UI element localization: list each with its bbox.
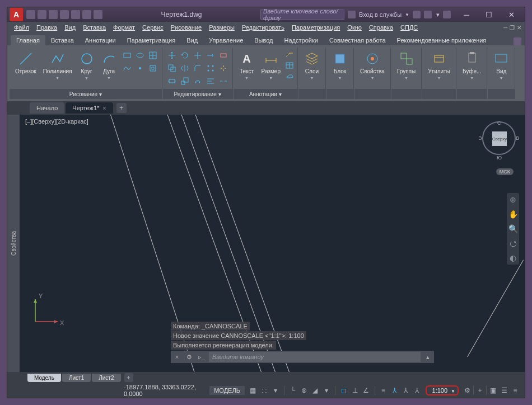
tab-home[interactable]: Главная [11,35,45,45]
user-icon[interactable] [348,11,356,18]
leader-icon[interactable] [285,50,294,59]
new-tab-button[interactable]: + [116,103,127,113]
tab-layout2[interactable]: Лист2 [92,374,120,382]
menu-format[interactable]: Формат [110,23,138,31]
close-button[interactable]: ✕ [500,7,522,22]
dropdown-icon[interactable]: ▾ [270,385,281,395]
break-icon[interactable] [218,76,229,87]
ucs-icon[interactable]: Y X [30,294,63,327]
panel-view-label[interactable] [488,89,515,99]
tab-param[interactable]: Параметризация [122,35,181,45]
tab-featured[interactable]: Рекомендованные приложения [391,35,492,45]
tracking-icon[interactable]: ∠ [361,385,371,395]
mirror-icon[interactable] [179,63,190,74]
panel-props-label[interactable] [354,89,390,99]
spline-icon[interactable] [122,63,133,74]
panel-groups-label[interactable] [391,89,421,99]
tab-model[interactable]: Модель [27,374,61,382]
utils-button[interactable]: Утилиты▼ [426,50,452,81]
exchange-icon[interactable] [413,11,421,18]
region-icon[interactable] [147,63,158,74]
qat-redo-icon[interactable] [94,10,102,19]
trim-icon[interactable] [192,50,203,61]
scale-icon[interactable] [179,76,190,87]
panel-clip-label[interactable] [457,89,487,99]
tab-drawing1[interactable]: Чертеж1*× [66,102,113,114]
menu-param[interactable]: Параметризация [288,23,343,31]
extend-icon[interactable] [205,50,216,61]
ribbon-collapse-icon[interactable] [514,37,521,45]
menu-insert[interactable]: Вставка [80,23,109,31]
doc-close-icon[interactable]: ✕ [517,25,521,31]
settings-icon[interactable]: ⚙ [462,385,472,395]
arc-button[interactable]: Дуга▼ [99,50,119,81]
cmd-recent-icon[interactable]: ▴ [422,351,434,363]
close-tab-icon[interactable]: × [102,105,106,111]
cmd-close-icon[interactable]: × [171,351,183,363]
snap-icon[interactable]: ⸬ [259,385,269,395]
maximize-button[interactable]: ☐ [478,7,500,22]
menu-edit[interactable]: Правка [33,23,60,31]
panel-draw-label[interactable]: Рисование ▾ [10,89,162,99]
hw-icon[interactable]: ☰ [499,385,509,395]
tab-collab[interactable]: Совместная работа [324,35,391,45]
tab-insert[interactable]: Вставка [45,35,80,45]
ellipse-icon[interactable] [134,50,146,61]
menu-help[interactable]: Справка [366,23,396,31]
polyline-button[interactable]: Полилиния▼ [41,50,74,81]
signin-label[interactable]: Вход в службы [359,11,402,18]
dimension-button[interactable]: Размер▼ [259,50,283,81]
properties-palette[interactable]: Свойства [7,115,20,372]
grid-icon[interactable]: ▦ [248,385,258,395]
menu-dims[interactable]: Размеры [206,23,238,31]
move-icon[interactable] [166,50,178,61]
viewcube-face[interactable]: Сверху [492,131,507,146]
offset-icon[interactable] [192,76,203,87]
tab-manage[interactable]: Управление [203,35,249,45]
menu-modify[interactable]: Редактировать [239,23,288,31]
fullnav-icon[interactable]: ⊕ [508,195,517,204]
block-button[interactable]: Блок▼ [330,50,350,81]
qat-saveas-icon[interactable] [60,10,69,19]
viewcube[interactable]: Сверху С В Ю З [482,121,516,155]
qat-plot-icon[interactable] [71,10,80,19]
orbit-icon[interactable]: ⭯ [508,239,517,248]
tab-start[interactable]: Начало [30,102,64,114]
help-icon[interactable] [443,11,451,18]
viewport-label[interactable]: [–][Сверху][2D-каркас] [25,118,88,125]
ddropdown-icon[interactable]: ▾ [321,385,332,395]
tab-view[interactable]: Вид [181,35,203,45]
menu-file[interactable]: Файл [11,23,32,31]
clip-button[interactable]: Буфе...▼ [460,50,483,81]
panel-modify-label[interactable]: Редактирование ▾ [163,89,232,99]
explode-icon[interactable] [218,63,229,74]
array-icon[interactable] [205,63,216,74]
autoscale-icon[interactable]: ⅄ [412,385,422,395]
tab-output[interactable]: Вывод [249,35,278,45]
annovis-icon[interactable]: ⅄ [401,385,411,395]
panel-layers-label[interactable] [298,89,325,99]
qat-undo-icon[interactable] [82,10,91,19]
add-layout-button[interactable]: + [124,373,133,382]
menu-spds[interactable]: СПДС [397,23,421,31]
align-icon[interactable] [205,76,216,87]
props-button[interactable]: Свойства▼ [358,50,387,81]
ortho-icon[interactable]: └ [288,385,298,395]
annotation-scale-button[interactable]: 1:100▼ [426,385,459,395]
coordinates[interactable]: -18977.1888, 33363.0222, 0.0000 [124,384,206,397]
panel-block-label[interactable] [326,89,353,99]
search-input[interactable]: Введите ключевое слово/фразу [260,10,344,20]
custom-icon[interactable]: ≡ [510,385,520,395]
lineweight-icon[interactable]: ≡ [379,385,389,395]
point-icon[interactable] [134,63,146,74]
circle-button[interactable]: Круг▼ [77,50,97,81]
tab-annot[interactable]: Аннотации [80,35,122,45]
ortho2-icon[interactable]: ⊥ [350,385,360,395]
fillet-icon[interactable] [192,63,203,74]
hatch-icon[interactable] [147,50,158,61]
menu-view[interactable]: Вид [61,23,79,31]
rect-icon[interactable] [122,50,133,61]
table-icon[interactable] [285,61,294,70]
view-button[interactable]: Вид▼ [491,50,511,81]
rotate-icon[interactable] [179,50,190,61]
